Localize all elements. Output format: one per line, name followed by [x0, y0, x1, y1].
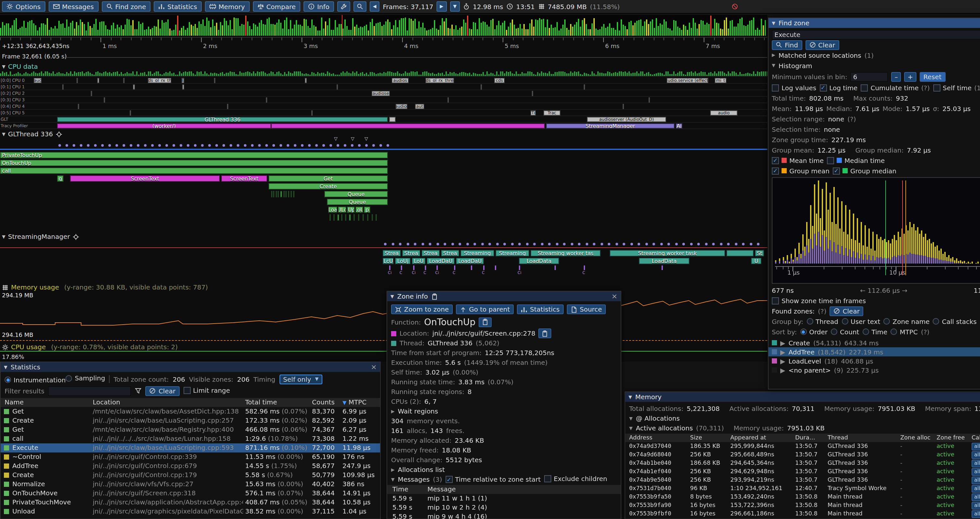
zone-segment[interactable]	[367, 214, 368, 221]
zone-segment[interactable]	[447, 97, 449, 102]
frame-bar[interactable]	[399, 21, 400, 36]
frame-bar[interactable]	[533, 27, 535, 36]
frame-bar[interactable]	[485, 22, 486, 36]
legend-item[interactable]: Group mean	[772, 167, 829, 174]
message-dot[interactable]	[697, 243, 700, 245]
frame-bar[interactable]	[68, 27, 69, 36]
frame-bar[interactable]	[625, 26, 626, 36]
frame-bar[interactable]	[648, 24, 649, 36]
histogram-node[interactable]: ▼Histogram	[772, 61, 980, 71]
frame-bar[interactable]	[302, 26, 303, 36]
zone-segment[interactable]: Streaming worker task	[610, 250, 725, 256]
frame-bar[interactable]	[395, 20, 396, 36]
filter-input[interactable]	[48, 386, 131, 396]
clear-button[interactable]: Clear	[805, 40, 839, 50]
alloc-callstack-button[interactable]: alloc	[972, 476, 980, 484]
frame-bar[interactable]	[726, 18, 727, 36]
message-dot[interactable]	[570, 243, 573, 245]
frame-bar[interactable]	[117, 24, 118, 36]
frame-bar[interactable]	[21, 27, 23, 36]
timing-dropdown[interactable]: Self only▼	[279, 374, 322, 384]
radio-circle[interactable]	[66, 375, 72, 382]
frame-bar[interactable]	[243, 25, 245, 36]
group-by-radio[interactable]: Zone name	[883, 318, 929, 325]
alloc-callstack-button[interactable]: alloc	[972, 451, 980, 459]
find-zone-button[interactable]: Find zone	[102, 1, 151, 12]
zone-segment[interactable]: audiose	[372, 91, 390, 96]
frame-bar[interactable]	[650, 21, 651, 36]
frame-bar[interactable]	[695, 23, 696, 36]
frame-bar[interactable]	[226, 21, 227, 36]
frame-bar[interactable]	[185, 30, 186, 36]
column-time[interactable]: Time	[392, 485, 408, 494]
frame-bar[interactable]	[514, 24, 515, 36]
zone-segment[interactable]	[311, 110, 313, 115]
tools-button[interactable]	[337, 1, 350, 12]
zone-segment[interactable]: ULo	[338, 206, 346, 213]
frame-bar[interactable]	[199, 21, 200, 36]
cpu-usage-header[interactable]: CPU usage(y-range: 0.78%, visible data p…	[2, 343, 178, 351]
alloc-callstack-button[interactable]: alloc	[972, 485, 980, 493]
zone-segment[interactable]	[62, 85, 64, 89]
zone-segment[interactable]	[337, 85, 338, 89]
message-dot[interactable]	[58, 144, 61, 147]
frame-bar[interactable]	[634, 23, 636, 36]
frame-bar[interactable]	[230, 20, 231, 36]
frame-bar[interactable]	[362, 27, 363, 36]
zone-segment[interactable]: mi_t	[715, 78, 726, 83]
zone-segment[interactable]: LoadData	[519, 258, 559, 264]
message-dot[interactable]	[526, 243, 528, 245]
statistics-row[interactable]: PrivateTouchMovejni/../jni/src/claw/appl…	[1, 498, 380, 507]
frame-bar[interactable]	[208, 21, 210, 36]
message-dot[interactable]	[578, 243, 581, 245]
allocations-section-node[interactable]: ▼@ Allocations	[629, 414, 980, 423]
frame-bar[interactable]	[671, 30, 673, 36]
streaming-header[interactable]: ▼StreamingManager	[2, 233, 79, 240]
zone-segment[interactable]: Streaming	[460, 250, 494, 256]
message-dot[interactable]	[727, 243, 730, 245]
message-dot[interactable]	[608, 243, 610, 245]
frame-bar[interactable]	[39, 27, 40, 36]
frame-bar[interactable]	[372, 19, 373, 36]
frame-bar[interactable]	[313, 25, 315, 36]
frame-bar[interactable]	[31, 20, 32, 36]
frame-bar[interactable]	[144, 30, 145, 36]
frame-bar[interactable]	[377, 22, 379, 36]
message-dot[interactable]	[223, 144, 225, 147]
message-dot[interactable]	[436, 243, 439, 245]
zone-segment[interactable]	[623, 104, 624, 109]
frame-bar[interactable]	[409, 18, 410, 36]
frame-bar[interactable]	[370, 22, 371, 36]
frame-bar[interactable]	[401, 18, 402, 36]
group-by-radio[interactable]: User text	[842, 318, 880, 325]
time-relative-checkbox[interactable]: Time relative to zone start	[445, 476, 541, 483]
frame-bar[interactable]	[741, 18, 743, 36]
zone-segment[interactable]: StreamingManager	[546, 123, 675, 129]
frame-bar[interactable]	[381, 26, 383, 36]
radio-circle[interactable]	[933, 318, 939, 324]
zone-info-titlebar[interactable]: ▼Zone info×	[387, 291, 621, 301]
frame-bar[interactable]	[418, 21, 420, 36]
message-dot[interactable]	[265, 144, 268, 147]
message-dot[interactable]	[144, 144, 146, 147]
zone-segment[interactable]	[375, 214, 377, 221]
frame-bar[interactable]	[702, 21, 704, 36]
lock-marker[interactable]	[584, 265, 585, 270]
sort-by-radio[interactable]: MTPC	[891, 328, 918, 335]
help-icon[interactable]: (?)	[818, 307, 826, 315]
frame-bar[interactable]	[759, 30, 760, 36]
legend-item[interactable]: Median time	[827, 157, 885, 164]
message-dot[interactable]	[555, 243, 558, 245]
message-dot[interactable]	[294, 144, 296, 147]
message-dot[interactable]	[73, 144, 75, 147]
column-appeared-at[interactable]: Appeared at	[730, 434, 766, 442]
frame-bar[interactable]	[315, 27, 317, 36]
zone-segment[interactable]	[285, 191, 287, 197]
frame-bar[interactable]	[517, 27, 519, 36]
frame-bar[interactable]	[520, 24, 521, 36]
messages-table-header[interactable]: TimeMessage	[387, 485, 621, 494]
group-by-radio[interactable]: Thread	[807, 318, 838, 325]
frame-bar[interactable]	[162, 20, 163, 36]
frame-bar[interactable]	[292, 29, 293, 36]
frame-bar[interactable]	[642, 26, 643, 36]
